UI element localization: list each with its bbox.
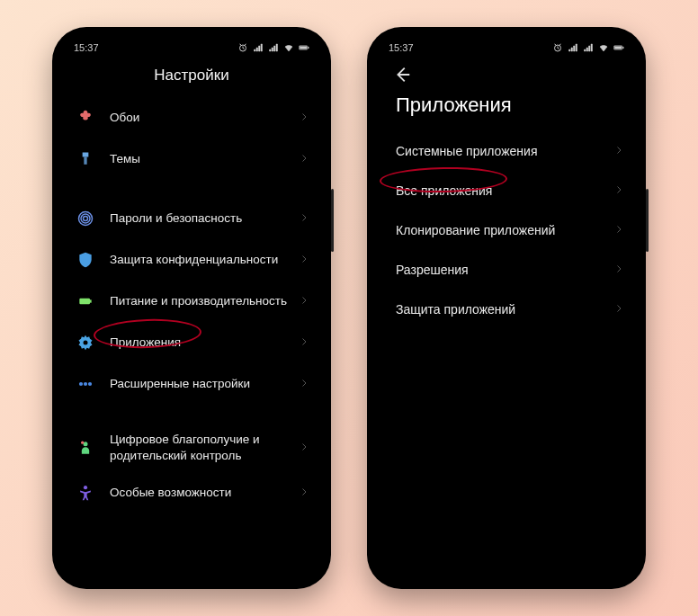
settings-row-label: Обои (110, 110, 299, 126)
svg-point-15 (88, 382, 92, 386)
status-bar: 15:37 (376, 36, 637, 59)
settings-row-3[interactable]: Пароли и безопасность (61, 198, 322, 239)
chevron-right-icon (299, 210, 309, 227)
status-time: 15:37 (74, 42, 99, 53)
status-time: 15:37 (389, 42, 414, 53)
apps-row-label: Разрешения (396, 262, 613, 278)
svg-point-18 (84, 486, 87, 489)
svg-rect-4 (83, 153, 89, 157)
svg-point-7 (81, 214, 90, 223)
settings-row-label: Особые возможности (110, 485, 299, 501)
apps-row-label: Все приложения (396, 183, 613, 199)
signal-icon-2 (583, 42, 594, 53)
screen-apps: 15:37 Приложения Системные приложенияВсе… (376, 36, 637, 580)
battery-icon (299, 42, 309, 53)
settings-row-label: Защита конфиденциальности (110, 252, 299, 268)
back-button[interactable] (376, 59, 637, 92)
apps-row-label: Клонирование приложений (396, 222, 613, 238)
signal-icon (253, 42, 264, 53)
signal-icon-2 (268, 42, 279, 53)
chevron-right-icon (613, 262, 624, 278)
apps-row-label: Защита приложений (396, 301, 613, 317)
apps-list: Системные приложенияВсе приложенияКлонир… (376, 131, 637, 580)
settings-row-5[interactable]: Питание и производительность (61, 281, 322, 322)
svg-rect-5 (84, 157, 86, 165)
wifi-icon (598, 42, 609, 53)
page-title: Приложения (376, 92, 637, 131)
apps-row-1[interactable]: Все приложения (376, 171, 637, 210)
chevron-right-icon (299, 293, 309, 309)
wifi-icon (283, 42, 294, 53)
chevron-right-icon (299, 335, 309, 351)
screen-settings: 15:37 Настройки ОбоиТемыПароли и безопас… (61, 36, 322, 580)
gear-icon (74, 331, 97, 354)
settings-row-10[interactable]: Особые возможности (61, 472, 322, 513)
svg-point-13 (79, 382, 83, 386)
settings-row-7[interactable]: Расширенные настройки (61, 363, 322, 405)
settings-row-label: Цифровое благополучие и родительский кон… (110, 432, 299, 463)
svg-rect-21 (622, 47, 623, 49)
status-bar: 15:37 (61, 36, 322, 59)
flower-icon (74, 106, 97, 129)
settings-row-4[interactable]: Защита конфиденциальности (61, 239, 322, 281)
chevron-right-icon (299, 252, 309, 268)
chevron-right-icon (299, 110, 309, 126)
chevron-right-icon (299, 151, 309, 167)
settings-row-label: Темы (110, 151, 299, 167)
apps-row-2[interactable]: Клонирование приложений (376, 210, 637, 250)
phone-frame-left: 15:37 Настройки ОбоиТемыПароли и безопас… (52, 27, 331, 589)
svg-point-17 (81, 441, 84, 443)
apps-row-label: Системные приложения (396, 143, 613, 159)
settings-row-0[interactable]: Обои (61, 97, 322, 138)
svg-rect-10 (90, 299, 92, 302)
battery-icon (74, 290, 97, 313)
page-title: Настройки (61, 59, 322, 97)
svg-rect-2 (308, 47, 309, 49)
chevron-right-icon (613, 183, 624, 199)
settings-row-1[interactable]: Темы (61, 138, 322, 180)
brush-icon (74, 147, 97, 171)
chevron-right-icon (613, 143, 624, 159)
chevron-right-icon (613, 301, 624, 317)
chevron-right-icon (299, 376, 309, 392)
svg-rect-3 (300, 47, 307, 49)
signal-icon (568, 42, 578, 53)
settings-row-label: Питание и производительность (110, 293, 299, 309)
apps-row-4[interactable]: Защита приложений (376, 290, 637, 329)
svg-point-12 (84, 341, 88, 345)
settings-row-label: Пароли и безопасность (110, 210, 299, 227)
settings-row-label: Приложения (110, 335, 299, 351)
chevron-right-icon (299, 440, 309, 456)
dots-icon (74, 372, 97, 396)
svg-point-14 (84, 382, 87, 386)
phone-frame-right: 15:37 Приложения Системные приложенияВсе… (367, 27, 646, 589)
back-arrow-icon (392, 65, 412, 85)
accessibility-icon (74, 481, 97, 504)
alarm-icon (552, 42, 563, 53)
svg-point-6 (84, 217, 88, 221)
chevron-right-icon (299, 485, 309, 501)
apps-row-3[interactable]: Разрешения (376, 250, 637, 290)
fingerprint-icon (74, 207, 97, 230)
alarm-icon (237, 42, 248, 53)
settings-row-6[interactable]: Приложения (61, 322, 322, 363)
settings-list: ОбоиТемыПароли и безопасностьЗащита конф… (61, 97, 322, 580)
apps-row-0[interactable]: Системные приложения (376, 131, 637, 171)
svg-rect-9 (79, 299, 90, 305)
shield-icon (74, 248, 97, 272)
settings-row-9[interactable]: Цифровое благополучие и родительский кон… (61, 423, 322, 472)
chevron-right-icon (613, 222, 624, 238)
status-icons (237, 42, 309, 53)
battery-icon (613, 42, 624, 53)
settings-row-label: Расширенные настройки (110, 376, 299, 392)
wellbeing-icon (74, 436, 97, 460)
svg-rect-22 (614, 47, 622, 49)
status-icons (552, 42, 624, 53)
